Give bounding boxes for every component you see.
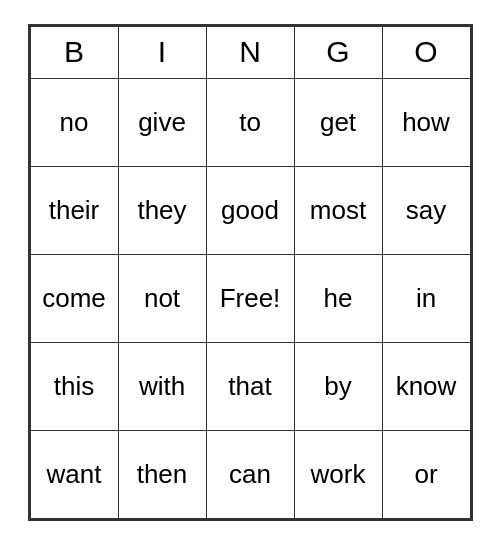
cell-r4c3: that: [206, 342, 294, 430]
table-row: want then can work or: [30, 430, 470, 518]
header-g: G: [294, 26, 382, 78]
cell-r2c5: say: [382, 166, 470, 254]
cell-r5c2: then: [118, 430, 206, 518]
cell-r5c1: want: [30, 430, 118, 518]
cell-r4c2: with: [118, 342, 206, 430]
cell-r1c1: no: [30, 78, 118, 166]
cell-r5c5: or: [382, 430, 470, 518]
cell-r2c1: their: [30, 166, 118, 254]
cell-r1c2: give: [118, 78, 206, 166]
cell-r2c4: most: [294, 166, 382, 254]
cell-r5c3: can: [206, 430, 294, 518]
table-row: come not Free! he in: [30, 254, 470, 342]
cell-r3c1: come: [30, 254, 118, 342]
cell-r4c5: know: [382, 342, 470, 430]
cell-r2c3: good: [206, 166, 294, 254]
cell-r1c3: to: [206, 78, 294, 166]
bingo-table: B I N G O no give to get how their they …: [30, 26, 471, 519]
header-n: N: [206, 26, 294, 78]
header-i: I: [118, 26, 206, 78]
cell-r3c3-free: Free!: [206, 254, 294, 342]
table-row: this with that by know: [30, 342, 470, 430]
cell-r3c2: not: [118, 254, 206, 342]
bingo-card: B I N G O no give to get how their they …: [28, 24, 473, 521]
cell-r1c4: get: [294, 78, 382, 166]
header-o: O: [382, 26, 470, 78]
table-row: their they good most say: [30, 166, 470, 254]
cell-r5c4: work: [294, 430, 382, 518]
header-b: B: [30, 26, 118, 78]
cell-r4c4: by: [294, 342, 382, 430]
table-row: no give to get how: [30, 78, 470, 166]
cell-r1c5: how: [382, 78, 470, 166]
header-row: B I N G O: [30, 26, 470, 78]
cell-r2c2: they: [118, 166, 206, 254]
cell-r3c5: in: [382, 254, 470, 342]
cell-r3c4: he: [294, 254, 382, 342]
cell-r4c1: this: [30, 342, 118, 430]
